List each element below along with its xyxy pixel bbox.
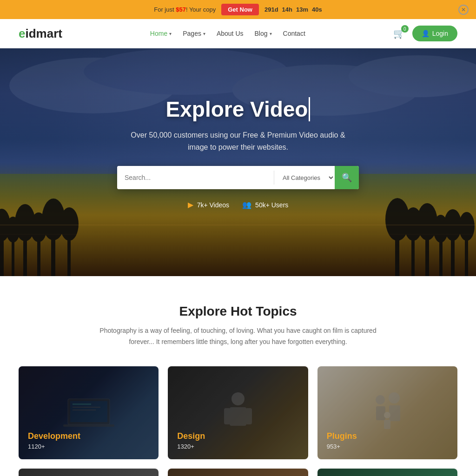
topics-grid: Development 1120+ Design 1320+	[19, 366, 457, 459]
bottom-strip	[19, 469, 457, 476]
strip-card-1[interactable]	[19, 469, 159, 476]
card-design-label: Design	[177, 431, 205, 441]
user-icon: 👤	[422, 30, 430, 37]
svg-point-28	[459, 212, 475, 241]
section-title: Explore Hot Topics	[19, 304, 457, 319]
hero-title: Explore Video	[117, 97, 359, 122]
card-design-info: Design 1320+	[177, 431, 205, 450]
login-button[interactable]: 👤 Login	[412, 26, 457, 41]
main-nav: Home ▾ Pages ▾ About Us Blog ▾ Contact	[150, 30, 305, 37]
card-plugins-count: 953+	[327, 443, 357, 450]
logo[interactable]: eidmart	[19, 26, 62, 41]
header: eidmart Home ▾ Pages ▾ About Us Blog ▾ C…	[0, 19, 476, 48]
cart-icon[interactable]: 🛒 0	[393, 28, 405, 39]
stat-users-label: 50k+ Users	[255, 201, 288, 209]
banner-text: For just $57! Your copy	[154, 6, 216, 13]
nav-blog-arrow: ▾	[270, 31, 272, 36]
svg-point-16	[60, 207, 79, 241]
videos-icon: ▶	[188, 200, 193, 209]
search-button[interactable]: 🔍	[335, 166, 359, 189]
main-content: Explore Hot Topics Photography is a way …	[0, 276, 476, 476]
topic-card-plugins[interactable]: Plugins 953+	[317, 366, 457, 459]
stat-videos-label: 7k+ Videos	[197, 201, 229, 209]
card-dev-count: 1120+	[28, 443, 80, 450]
nav-pages-arrow: ▾	[203, 31, 205, 36]
card-plugins-info: Plugins 953+	[327, 431, 357, 450]
countdown-seconds: 40s	[312, 6, 322, 13]
strip-card-2[interactable]	[168, 469, 308, 476]
nav-about[interactable]: About Us	[217, 30, 244, 37]
header-right: 🛒 0 👤 Login	[393, 26, 457, 41]
hero-section: Explore Video Over 50,000 customers usin…	[0, 48, 476, 276]
banner-close-button[interactable]: ✕	[458, 5, 469, 15]
login-label: Login	[432, 30, 448, 37]
stat-users: 👥 50k+ Users	[242, 200, 288, 209]
countdown-minutes: 13m	[296, 6, 308, 13]
hero-stats: ▶ 7k+ Videos 👥 50k+ Users	[117, 200, 359, 209]
strip-card-3[interactable]	[317, 469, 457, 476]
cart-badge: 0	[401, 25, 409, 33]
countdown-days: 291d	[264, 6, 278, 13]
logo-text: idmart	[25, 26, 62, 41]
card-dev-info: Development 1120+	[28, 431, 80, 450]
cursor	[309, 97, 310, 121]
nav-contact[interactable]: Contact	[283, 30, 305, 37]
countdown-hours: 14h	[282, 6, 292, 13]
search-bar: All Categories 🔍	[117, 166, 359, 189]
category-select[interactable]: All Categories	[274, 166, 335, 189]
nav-blog[interactable]: Blog ▾	[255, 30, 272, 37]
section-subtitle: Photography is a way of feeling, of touc…	[99, 325, 377, 348]
banner-price: $57	[176, 6, 186, 13]
nav-home[interactable]: Home ▾	[150, 30, 172, 37]
logo-e: e	[19, 26, 25, 41]
hero-subtitle: Over 50,000 customers using our Free & P…	[126, 129, 350, 153]
stat-videos: ▶ 7k+ Videos	[188, 200, 229, 209]
search-input[interactable]	[117, 166, 274, 189]
topic-card-design[interactable]: Design 1320+	[168, 366, 308, 459]
nav-pages[interactable]: Pages ▾	[183, 30, 205, 37]
card-plugins-label: Plugins	[327, 431, 357, 441]
countdown: 291d 14h 13m 40s	[264, 6, 322, 13]
nav-home-arrow: ▾	[169, 31, 172, 36]
topic-card-development[interactable]: Development 1120+	[19, 366, 159, 459]
card-dev-label: Development	[28, 431, 80, 441]
get-now-button[interactable]: Get Now	[221, 4, 259, 15]
top-banner: For just $57! Your copy Get Now 291d 14h…	[0, 0, 476, 19]
banner-text2: ! Your copy	[186, 6, 216, 13]
card-design-count: 1320+	[177, 443, 205, 450]
hero-content: Explore Video Over 50,000 customers usin…	[99, 97, 377, 209]
users-icon: 👥	[242, 200, 251, 209]
